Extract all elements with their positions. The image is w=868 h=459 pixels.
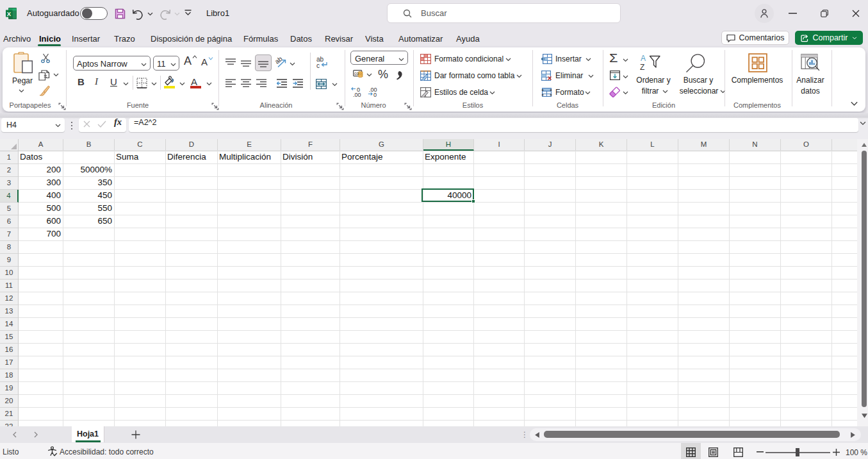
svg-text:Z: Z (640, 63, 644, 71)
svg-text:X: X (7, 10, 12, 17)
svg-text:c: c (316, 62, 320, 69)
svg-text:.00: .00 (353, 92, 361, 97)
svg-text:A: A (641, 54, 646, 63)
svg-text:ab: ab (275, 56, 284, 65)
svg-text:0: 0 (373, 92, 377, 97)
svg-text:co: co (354, 71, 359, 76)
